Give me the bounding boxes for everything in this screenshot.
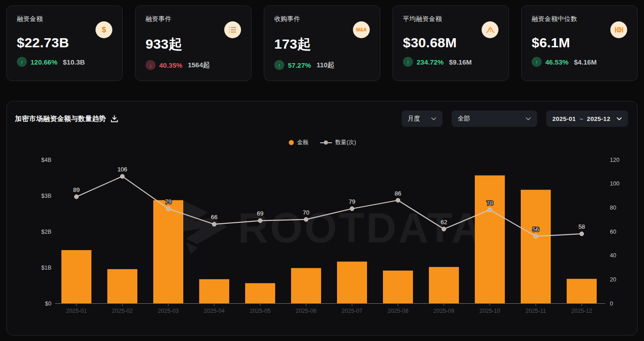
stat-title: 融资事件 [146,15,241,23]
svg-text:106: 106 [117,166,127,173]
svg-text:66: 66 [211,214,217,221]
legend-label: 数量(次) [335,139,356,146]
stat-change: ↑ 120.66% $10.3B [17,57,112,67]
svg-text:100: 100 [610,181,619,187]
svg-text:0: 0 [610,301,613,307]
svg-text:40: 40 [610,252,616,259]
chart-canvas[interactable]: 2025-012025-022025-032025-042025-052025-… [7,137,638,336]
svg-text:2025-10: 2025-10 [479,308,500,314]
category-select-value: 全部 [458,115,470,123]
change-percent: 234.72% [417,58,443,66]
svg-text:60: 60 [610,229,616,235]
up-arrow-icon: ↑ [403,57,413,67]
svg-text:2025-01: 2025-01 [66,308,87,314]
stat-change: ↑ 234.72% $9.16M [403,57,498,67]
stat-change: ↓ 40.35% 1564起 [146,60,241,70]
stat-title: 收购事件 [274,15,370,23]
stat-card-average-funding: 平均融资金额 $30.68M ↑ 234.72% $9.16M [392,5,509,81]
download-button[interactable] [111,115,118,123]
change-percent: 46.53% [545,58,569,66]
chevron-down-icon [526,117,531,120]
date-range-end: 2025-12 [587,115,610,122]
stat-title: 融资金额中位数 [532,15,627,23]
dollar-icon: $ [96,21,112,38]
dashboard-page: 融资金额 $ $22.73B ↑ 120.66% $10.3B 融资事件 933… [0,0,644,341]
svg-text:2025-08: 2025-08 [387,308,408,314]
stat-value: $6.1M [532,35,627,50]
svg-text:2025-07: 2025-07 [342,308,362,314]
previous-value: 1564起 [188,61,210,70]
stat-title: 融资金额 [17,15,112,23]
stat-card-acquisition-events: 收购事件 M&A 173起 ↑ 57.27% 110起 [264,5,380,81]
category-select[interactable]: 全部 [452,110,537,127]
svg-text:78: 78 [487,200,493,206]
down-arrow-icon: ↓ [146,60,156,70]
svg-text:86: 86 [395,190,401,197]
period-select[interactable]: 月度 [402,110,443,127]
svg-text:56: 56 [533,226,539,233]
change-percent: 57.27% [288,61,311,69]
svg-text:69: 69 [257,210,263,217]
legend-item-count[interactable]: 数量(次) [320,139,356,146]
stats-row: 融资金额 $ $22.73B ↑ 120.66% $10.3B 融资事件 933… [6,5,638,81]
change-percent: 120.66% [30,58,57,66]
chart-header: 加密市场融资金额与数量趋势 月度 全部 2025-01 ~ 2025-12 [7,101,637,127]
list-icon [224,21,241,38]
date-range-start: 2025-01 [553,115,576,122]
up-arrow-icon: ↑ [17,57,27,67]
curve-icon [482,21,498,38]
stat-value: $30.68M [403,35,498,50]
amount-legend-dot-icon [289,140,294,145]
svg-text:2025-06: 2025-06 [296,308,317,314]
svg-text:2025-11: 2025-11 [526,308,546,314]
download-icon [111,115,118,123]
svg-text:$3B: $3B [41,193,51,199]
svg-text:2025-03: 2025-03 [158,308,179,314]
stat-change: ↑ 46.53% $4.16M [532,57,627,67]
previous-value: 110起 [317,61,334,70]
previous-value: $9.16M [449,58,472,66]
chart-legend: 金额 数量(次) [7,139,638,146]
chart-svg: 2025-012025-022025-032025-042025-052025-… [7,137,638,336]
change-percent: 40.35% [159,61,182,69]
period-select-value: 月度 [408,115,420,123]
svg-text:89: 89 [73,186,80,193]
svg-text:$0: $0 [45,301,51,307]
trend-chart-panel: 加密市场融资金额与数量趋势 月度 全部 2025-01 ~ 2025-12 [6,101,638,336]
stat-value: 933起 [146,35,241,54]
svg-text:$2B: $2B [41,229,51,235]
median-icon [610,21,627,38]
svg-text:2025-04: 2025-04 [204,308,225,314]
chart-body: 金额 数量(次) ROOTDATA 2025-012025-022025-032… [7,137,638,336]
svg-text:80: 80 [610,205,616,211]
previous-value: $10.3B [63,58,85,66]
date-range-picker[interactable]: 2025-01 ~ 2025-12 [546,110,629,127]
up-arrow-icon: ↑ [532,57,542,67]
up-arrow-icon: ↑ [274,60,284,70]
svg-text:58: 58 [579,223,585,230]
chevron-down-icon [431,117,436,120]
svg-text:120: 120 [610,157,619,163]
svg-text:$1B: $1B [41,265,51,271]
stat-card-median-funding: 融资金额中位数 $6.1M ↑ 46.53% $4.16M [521,5,638,81]
svg-text:79: 79 [165,198,171,205]
chevron-down-icon [617,117,622,120]
legend-item-amount[interactable]: 金额 [289,139,308,146]
svg-text:$4B: $4B [41,157,51,163]
previous-value: $4.16M [574,58,597,66]
stat-title: 平均融资金额 [403,15,498,23]
stat-card-funding-events: 融资事件 933起 ↓ 40.35% 1564起 [135,5,252,81]
svg-text:2025-02: 2025-02 [112,308,133,314]
date-range-separator: ~ [579,115,583,122]
svg-text:20: 20 [610,276,616,283]
ma-icon: M&A [353,21,370,38]
stat-value: $22.73B [17,35,112,50]
svg-text:2025-09: 2025-09 [433,308,454,314]
stat-value: 173起 [274,35,370,54]
legend-label: 金额 [297,139,308,146]
svg-text:70: 70 [303,209,309,216]
stat-card-funding-amount: 融资金额 $ $22.73B ↑ 120.66% $10.3B [6,5,123,81]
svg-text:62: 62 [441,219,447,226]
count-legend-line-icon [320,140,332,145]
svg-text:2025-05: 2025-05 [250,308,271,314]
